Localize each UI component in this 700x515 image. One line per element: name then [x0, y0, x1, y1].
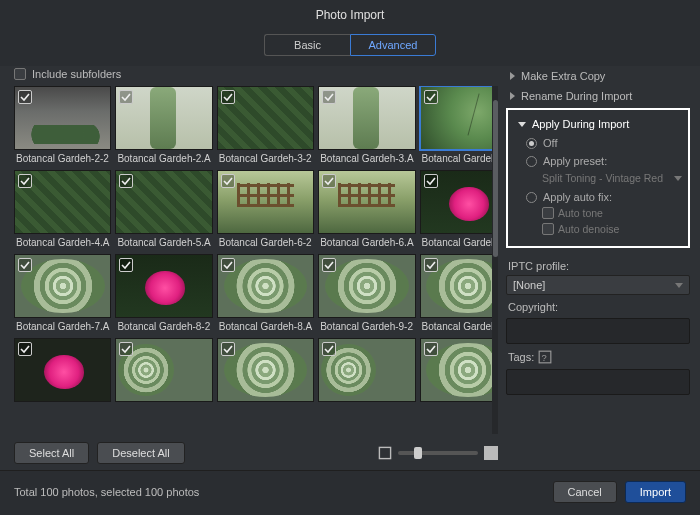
thumbnail-checkmark[interactable] [322, 174, 336, 188]
preset-value: Split Toning - Vintage Red [542, 172, 663, 184]
thumbnail-image[interactable] [318, 86, 415, 150]
thumbnail-image[interactable] [14, 338, 111, 402]
thumbnail-image[interactable] [318, 338, 415, 402]
thumbnail-checkmark[interactable] [119, 342, 133, 356]
thumbnail-image[interactable] [217, 254, 314, 318]
radio-label: Off [543, 137, 557, 149]
thumbnail-cell[interactable]: Botancal Gardeh-9-2 [318, 254, 415, 334]
svg-rect-1 [484, 446, 498, 460]
thumbnail-image[interactable] [14, 170, 111, 234]
thumbnail-checkmark[interactable] [322, 90, 336, 104]
panel-rename-during-import[interactable]: Rename During Import [506, 86, 690, 106]
thumbnail-checkmark[interactable] [322, 258, 336, 272]
thumbnail-image[interactable] [420, 170, 498, 234]
thumbnail-cell[interactable]: Botancal Gardeh-2-2 [14, 86, 111, 166]
thumbnail-cell[interactable] [217, 338, 314, 402]
select-all-button[interactable]: Select All [14, 442, 89, 464]
auto-tone-row[interactable]: Auto tone [514, 206, 682, 222]
tags-input[interactable] [506, 369, 690, 395]
auto-denoise-row[interactable]: Auto denoise [514, 222, 682, 238]
deselect-all-button[interactable]: Deselect All [97, 442, 184, 464]
radio-preset[interactable] [526, 156, 537, 167]
thumbnail-cell[interactable]: Botancal Gardeh-5.A [115, 170, 212, 250]
panel-make-extra-copy[interactable]: Make Extra Copy [506, 66, 690, 86]
thumbnail-cell[interactable] [115, 338, 212, 402]
auto-tone-checkbox[interactable] [542, 207, 554, 219]
thumbnail-cell[interactable]: Botancal Gardeh-3.A [318, 86, 415, 166]
tags-label-row: Tags: ? [506, 344, 690, 367]
thumbnail-image[interactable] [217, 170, 314, 234]
thumbnail-image[interactable] [14, 86, 111, 150]
thumbnail-checkmark[interactable] [424, 90, 438, 104]
thumbnail-checkmark[interactable] [119, 174, 133, 188]
thumbnail-cell[interactable]: Botancal Gardeh-7-2 [420, 170, 498, 250]
thumb-size-slider[interactable] [398, 451, 478, 455]
thumbnail-checkmark[interactable] [221, 90, 235, 104]
thumbnail-image[interactable] [217, 86, 314, 150]
thumbnail-caption: Botancal Gardeh-9.A [420, 318, 498, 334]
iptc-select[interactable]: [None] [506, 275, 690, 295]
thumbnail-cell[interactable] [318, 338, 415, 402]
thumbnail-image[interactable] [420, 86, 498, 150]
thumbnail-checkmark[interactable] [424, 174, 438, 188]
thumbnail-caption: Botancal Gardeh-4.A [14, 234, 111, 250]
thumb-small-icon[interactable] [378, 446, 392, 460]
svg-text:?: ? [542, 353, 547, 363]
thumbnail-image[interactable] [115, 170, 212, 234]
thumb-large-icon[interactable] [484, 446, 498, 460]
thumbnail-cell[interactable] [14, 338, 111, 402]
thumbnail-cell[interactable]: Botancal Gardeh-6.A [318, 170, 415, 250]
thumbnail-image[interactable] [115, 254, 212, 318]
svg-rect-0 [379, 447, 390, 458]
include-subfolders-checkbox[interactable] [14, 68, 26, 80]
tab-basic[interactable]: Basic [264, 34, 350, 56]
thumbnail-checkmark[interactable] [424, 342, 438, 356]
thumbnail-cell[interactable]: Botancal Gardeh-7.A [14, 254, 111, 334]
radio-off[interactable] [526, 138, 537, 149]
apply-autofix-row[interactable]: Apply auto fix: [514, 188, 682, 206]
thumbnail-checkmark[interactable] [18, 342, 32, 356]
thumbnail-checkmark[interactable] [424, 258, 438, 272]
thumbnail-checkmark[interactable] [18, 258, 32, 272]
thumbnail-cell[interactable]: Botancal Gardeh-9.A [420, 254, 498, 334]
thumbnail-checkmark[interactable] [221, 174, 235, 188]
thumbnail-checkmark[interactable] [119, 258, 133, 272]
auto-denoise-checkbox[interactable] [542, 223, 554, 235]
radio-autofix[interactable] [526, 192, 537, 203]
thumbnail-image[interactable] [217, 338, 314, 402]
thumbnail-caption: Botancal Gardeh-6.A [318, 234, 415, 250]
thumbnail-cell[interactable]: Botancal Gardeh-2.A [115, 86, 212, 166]
thumbnail-cell[interactable]: Botancal Gardeh-4.A [14, 170, 111, 250]
apply-preset-row[interactable]: Apply preset: [514, 152, 682, 170]
import-button[interactable]: Import [625, 481, 686, 503]
thumbnail-checkmark[interactable] [18, 90, 32, 104]
thumbnail-cell[interactable]: Botancal Gardeh-6-2 [217, 170, 314, 250]
thumbnail-cell[interactable]: Botancal Gardeh-8.A [217, 254, 314, 334]
include-subfolders-row[interactable]: Include subfolders [14, 66, 498, 86]
thumbnail-checkmark[interactable] [18, 174, 32, 188]
copyright-input[interactable] [506, 318, 690, 344]
thumbnail-image[interactable] [420, 338, 498, 402]
tab-advanced[interactable]: Advanced [350, 34, 436, 56]
thumbnail-checkmark[interactable] [221, 258, 235, 272]
tags-help-icon[interactable]: ? [538, 350, 552, 364]
thumbnail-image[interactable] [115, 338, 212, 402]
thumbnail-checkmark[interactable] [119, 90, 133, 104]
thumbnail-cell[interactable]: Botancal Gardeh-3-2 [217, 86, 314, 166]
thumbnail-image[interactable] [318, 170, 415, 234]
thumbnail-checkmark[interactable] [221, 342, 235, 356]
thumbnail-cell[interactable]: Botancal Gardeh-8-2 [115, 254, 212, 334]
thumbnail-cell[interactable]: Botancal Gardeh-4-2 [420, 86, 498, 166]
thumbnail-image[interactable] [14, 254, 111, 318]
grid-scrollbar[interactable] [492, 86, 498, 434]
thumbnail-image[interactable] [420, 254, 498, 318]
apply-off-row[interactable]: Off [514, 134, 682, 152]
thumbnail-image[interactable] [115, 86, 212, 150]
preset-select[interactable]: Split Toning - Vintage Red [514, 170, 682, 188]
cancel-button[interactable]: Cancel [553, 481, 617, 503]
thumbnail-cell[interactable] [420, 338, 498, 402]
panel-apply-header[interactable]: Apply During Import [514, 114, 682, 134]
thumbnail-checkmark[interactable] [322, 342, 336, 356]
thumbnail-image[interactable] [318, 254, 415, 318]
right-pane: Make Extra Copy Rename During Import App… [506, 66, 690, 470]
